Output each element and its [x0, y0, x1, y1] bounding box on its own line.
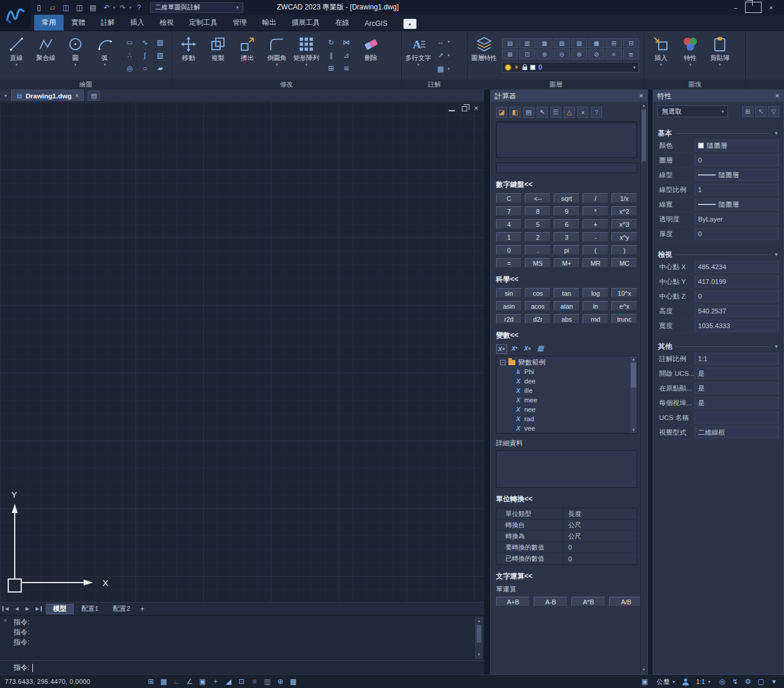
calc-key-.[interactable]: . — [525, 245, 551, 255]
polyline-tool-button[interactable]: 聚合線 — [32, 32, 60, 78]
fillet-tool-button[interactable]: 倒圓角 ▾ — [263, 32, 291, 78]
sci-key-log[interactable]: log — [583, 288, 608, 298]
dyn-ucs-toggle[interactable]: ◢ — [222, 676, 235, 688]
calculator-close-icon[interactable]: × — [639, 92, 643, 100]
property-value[interactable]: 二維線框 — [694, 426, 779, 438]
add-layout-button[interactable]: + — [137, 605, 148, 613]
layer-unlock-icon[interactable]: ≣ — [623, 49, 639, 59]
ribbon-tab-9[interactable]: 擴展工具 — [284, 15, 328, 31]
dyn-input-toggle[interactable]: ⊡ — [235, 676, 248, 688]
etrack-toggle[interactable]: + — [209, 676, 222, 688]
text-op-A*B[interactable]: A*B — [571, 597, 606, 607]
ribbon-tab-4[interactable]: 插入 — [123, 15, 152, 31]
layout-tab-1[interactable]: 模型 — [46, 604, 74, 614]
calc-key-([interactable]: ( — [583, 245, 608, 255]
ribbon-tab-3[interactable]: 註解 — [93, 15, 123, 31]
layer-merge-icon[interactable]: ⊡ — [519, 49, 535, 59]
calc-key-M+[interactable]: M+ — [554, 258, 580, 268]
sci-key-cos[interactable]: cos — [525, 288, 551, 298]
new-drawing-button[interactable]: ▤ — [88, 91, 100, 101]
ribbon-group-label-modify[interactable]: 修改 — [172, 80, 401, 90]
calc-key-9[interactable]: 9 — [554, 206, 580, 216]
document-tab[interactable]: ▤ Drawing1.dwg × — [11, 90, 84, 101]
ribbon-group-label-block[interactable]: 圖塊 — [644, 80, 745, 90]
property-value[interactable]: 540.2537 — [694, 305, 779, 317]
tree-expander-icon[interactable]: − — [500, 360, 505, 365]
layer-freeze-icon[interactable]: ▦ — [537, 38, 553, 48]
property-value[interactable]: 1:1 — [694, 353, 779, 365]
annotation-monitor-toggle[interactable]: ▩ — [287, 676, 300, 688]
calc-key-3[interactable]: 3 — [554, 232, 580, 242]
workspace-selector[interactable]: 二維草圖與註解 ▾ — [150, 2, 243, 13]
layer-off-icon[interactable]: ▨ — [571, 38, 587, 48]
region-icon[interactable]: ▰ — [155, 63, 166, 74]
explode-icon[interactable]: ⊞ — [326, 63, 336, 74]
property-value[interactable]: 是 — [694, 368, 779, 379]
keypad-section-label[interactable]: 數字鍵盤<< — [496, 180, 637, 190]
property-value[interactable]: 0 — [694, 290, 779, 302]
scroll-up-icon[interactable]: ▲ — [476, 618, 482, 624]
get-coordinates-icon[interactable]: ↖ — [537, 107, 548, 118]
minimize-button[interactable]: – — [727, 2, 744, 13]
calc-key-7[interactable]: 7 — [496, 206, 522, 216]
sci-key-acos[interactable]: acos — [525, 301, 551, 311]
chevron-down-icon[interactable]: ▼ — [774, 344, 779, 349]
drawing-canvas[interactable]: × Y X — [0, 102, 484, 602]
selection-filter-dropdown[interactable]: 無選取 ▾ — [657, 105, 728, 117]
annotation-autoscale-icon[interactable]: ↯ — [729, 676, 742, 688]
user-icon[interactable] — [680, 678, 691, 686]
sci-key-10^x[interactable]: 10^x — [611, 288, 637, 298]
calc-key-1/x[interactable]: 1/x — [611, 193, 637, 203]
variable-item[interactable]: Xmee — [497, 395, 637, 405]
calc-key-MC[interactable]: MC — [611, 258, 637, 268]
text-op-A/B[interactable]: A/B — [609, 597, 643, 607]
calc-key-1[interactable]: 1 — [496, 232, 522, 242]
properties-palette-button[interactable]: 特性 ▾ — [676, 32, 704, 78]
properties-close-icon[interactable]: × — [775, 92, 779, 100]
quick-select-icon[interactable]: ▽ — [768, 106, 779, 117]
layer-copy-icon[interactable]: ⊗ — [571, 49, 587, 59]
pickadd-toggle-icon[interactable]: ⊞ — [742, 106, 753, 117]
sci-key-ln[interactable]: ln — [583, 301, 608, 311]
sci-key-tan[interactable]: tan — [554, 288, 580, 298]
sci-key-atan[interactable]: atan — [554, 301, 580, 311]
sci-key-d2r[interactable]: d2r — [525, 314, 551, 324]
circle-tool-button[interactable]: 圓 ▾ — [61, 32, 90, 78]
calc-key-=[interactable]: = — [496, 258, 522, 268]
calc-key-x^2[interactable]: x^2 — [611, 206, 637, 216]
variables-section-label[interactable]: 變數<< — [496, 330, 637, 340]
arc-tool-button[interactable]: 弧 ▾ — [91, 32, 119, 78]
selection-cycling-toggle[interactable]: ⊕ — [274, 676, 287, 688]
scroll-up-icon[interactable]: ▲ — [630, 356, 637, 362]
zwcad-logo[interactable] — [0, 0, 31, 31]
calc-key-pi[interactable]: pi — [554, 245, 580, 255]
spline-icon[interactable]: ∫ — [140, 50, 150, 61]
clean-screen-icon[interactable]: ▢ — [755, 676, 768, 688]
ribbon-group-label-draw[interactable]: 繪圖 — [0, 80, 171, 90]
copy-tool-button[interactable]: 複製 — [204, 32, 232, 78]
unit-row-value[interactable]: 長度 — [563, 508, 637, 519]
property-value[interactable] — [694, 412, 779, 424]
line-tool-button[interactable]: 直線 ▾ — [2, 32, 31, 78]
sci-key-abs[interactable]: abs — [554, 314, 580, 324]
chevron-down-icon[interactable]: ▾ — [113, 5, 115, 10]
grid-toggle[interactable]: ▦ — [157, 676, 170, 688]
command-scrollbar[interactable]: ▲ ▼ — [475, 617, 482, 659]
save-as-icon[interactable]: ◫ — [74, 2, 85, 13]
distance-icon[interactable]: ☰ — [550, 107, 561, 118]
calculator-grid-icon[interactable]: ▦ — [535, 344, 546, 354]
variable-group-row[interactable]: −變數範例 — [497, 358, 637, 367]
property-value[interactable]: 隨圖層 — [694, 169, 779, 181]
calc-key--[interactable]: - — [583, 232, 608, 242]
scale-icon[interactable]: ⊿ — [341, 50, 352, 61]
paste-value-icon[interactable]: ▤ — [523, 107, 534, 118]
tree-scrollbar[interactable]: ▲ ▼ — [630, 356, 637, 433]
ribbon-tab-1[interactable]: 常用 — [34, 15, 64, 31]
textops-section-label[interactable]: 文字運算<< — [496, 571, 637, 581]
gradient-icon[interactable]: ▧ — [155, 50, 166, 61]
scroll-thumb[interactable] — [631, 363, 636, 388]
mirror-icon[interactable]: ⋈ — [341, 37, 352, 48]
calc-key-x^3[interactable]: x^3 — [611, 219, 637, 229]
layer-thaw-icon[interactable]: ≡ — [606, 49, 621, 59]
point-icon[interactable]: ∴ — [124, 50, 135, 61]
